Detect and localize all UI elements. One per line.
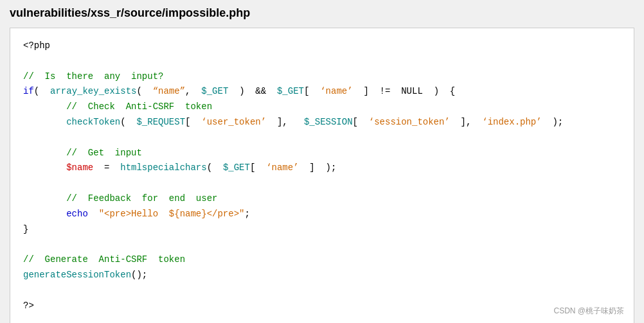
line-echo: echo "<pre>Hello ${name}</pre>"; [23, 207, 621, 222]
line-if: if( array_key_exists( “name”, $_GET ) &&… [23, 84, 621, 100]
line-name: $name = htmlspecialchars( $_GET[ ‘name’ … [23, 161, 621, 176]
line-comment-2: // Check Anti-CSRF token [23, 100, 621, 115]
line-comment-3: // Get input [23, 146, 621, 161]
line-blank-2 [23, 130, 621, 146]
line-close-brace: } [23, 222, 621, 238]
line-comment-5: // Generate Anti-CSRF token [23, 252, 621, 268]
line-comment-1: // Is there any input? [23, 69, 621, 85]
line-generate: generateSessionToken(); [23, 268, 621, 283]
code-block: <?php // Is there any input? if( array_k… [10, 28, 634, 323]
page-container: vulnerabilities/xss_r/source/impossible.… [0, 0, 644, 323]
line-php-open: <?php [23, 39, 621, 54]
line-blank-3 [23, 176, 621, 191]
line-php-close: ?> [23, 299, 621, 314]
line-blank-5 [23, 283, 621, 299]
watermark: CSDN @桃子味奶茶 [553, 304, 624, 317]
line-comment-4: // Feedback for end user [23, 191, 621, 207]
file-title: vulnerabilities/xss_r/source/impossible.… [10, 6, 634, 20]
line-blank-4 [23, 237, 621, 252]
line-checktoken: checkToken( $_REQUEST[ ‘user_token’ ], $… [23, 115, 621, 130]
line-blank-1 [23, 54, 621, 69]
